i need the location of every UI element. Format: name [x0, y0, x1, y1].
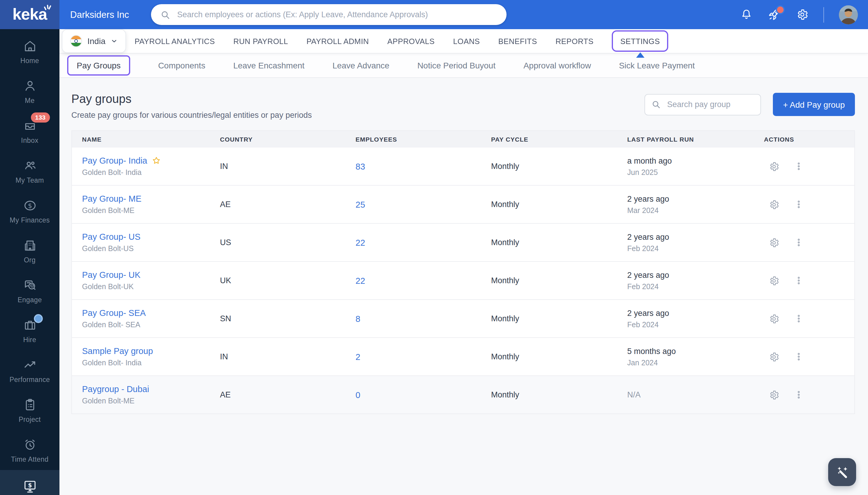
sidebar-item-label: Project	[19, 416, 41, 423]
notification-dot	[776, 5, 785, 14]
tab-approvals[interactable]: APPROVALS	[387, 37, 435, 46]
subtab-leave-encashment[interactable]: Leave Encashment	[233, 61, 305, 70]
settings-gear-icon[interactable]	[796, 8, 809, 21]
sidebar-item-project[interactable]: Project	[0, 390, 59, 430]
home-icon	[22, 39, 37, 54]
row-settings-gear-icon[interactable]	[769, 389, 779, 400]
sidebar-item-hire[interactable]: Hire	[0, 311, 59, 351]
subtab-approval-workflow[interactable]: Approval workflow	[524, 61, 591, 70]
global-search[interactable]	[151, 4, 507, 25]
pay-group-link[interactable]: Paygroup - Dubai	[82, 384, 149, 394]
row-kebab-menu-icon[interactable]	[794, 313, 804, 324]
table-row: Paygroup - Dubai Golden Bolt-ME AE 0 Mon…	[72, 376, 854, 414]
country-code: SN	[220, 314, 355, 323]
pay-group-search[interactable]	[644, 94, 761, 115]
row-kebab-menu-icon[interactable]	[794, 275, 804, 286]
sidebar-item-payroll[interactable]: $	[0, 470, 59, 495]
company-name: Darksiders Inc	[70, 9, 129, 20]
sidebar-item-engage[interactable]: Engage	[0, 271, 59, 311]
sidebar-item-performance[interactable]: Performance	[0, 351, 59, 390]
user-avatar[interactable]	[839, 5, 858, 24]
table-row: Pay Group- SEA Golden Bolt- SEA SN 8 Mon…	[72, 300, 854, 338]
payroll-monitor-icon: $	[22, 478, 38, 494]
row-settings-gear-icon[interactable]	[769, 199, 779, 210]
sidebar-item-home[interactable]: Home	[0, 32, 59, 71]
team-icon	[22, 158, 37, 173]
org-icon	[22, 238, 37, 253]
sidebar-item-label: Performance	[10, 376, 50, 383]
pay-group-link[interactable]: Sample Pay group	[82, 346, 153, 356]
tab-run-payroll[interactable]: RUN PAYROLL	[233, 37, 288, 46]
tab-payroll-admin[interactable]: PAYROLL ADMIN	[306, 37, 369, 46]
tab-loans[interactable]: LOANS	[453, 37, 480, 46]
chevron-down-icon	[111, 37, 118, 45]
tab-payroll-analytics[interactable]: PAYROLL ANALYTICS	[135, 37, 215, 46]
add-pay-group-button[interactable]: + Add Pay group	[773, 93, 855, 116]
page-content: Pay groups Create pay groups for various…	[59, 78, 868, 495]
sidebar-item-org[interactable]: Org	[0, 231, 59, 271]
row-settings-gear-icon[interactable]	[769, 237, 779, 248]
last-payroll-run: a month ago Jun 2025	[627, 156, 764, 176]
search-icon	[160, 10, 170, 19]
sidebar-item-time-attend[interactable]: Time Attend	[0, 430, 59, 470]
sidebar-item-label: Org	[24, 256, 36, 263]
row-kebab-menu-icon[interactable]	[794, 161, 804, 171]
legal-entity: Golden Bolt- India	[82, 168, 220, 177]
last-payroll-run: 5 months ago Jan 2024	[627, 346, 764, 367]
row-settings-gear-icon[interactable]	[769, 351, 779, 362]
employee-count-link[interactable]: 83	[355, 161, 365, 171]
employee-count-link[interactable]: 22	[355, 276, 365, 285]
row-kebab-menu-icon[interactable]	[794, 352, 804, 362]
employee-count-link[interactable]: 22	[355, 238, 365, 247]
table-row: Pay Group- ME Golden Bolt-ME AE 25 Month…	[72, 186, 854, 224]
legal-entity: Golden Bolt-ME	[82, 397, 220, 405]
row-settings-gear-icon[interactable]	[769, 313, 779, 324]
keka-logo[interactable]: keka	[0, 0, 59, 29]
legal-entity: Golden Bolt-UK	[82, 283, 220, 291]
table-row: Pay Group- US Golden Bolt-US US 22 Month…	[72, 224, 854, 262]
notifications-bell-icon[interactable]	[740, 8, 753, 21]
tab-settings-highlight[interactable]: SETTINGS	[612, 30, 668, 52]
topbar-actions	[740, 0, 858, 29]
magic-wand-assistant-button[interactable]	[828, 458, 856, 486]
row-kebab-menu-icon[interactable]	[794, 237, 804, 248]
employee-count-link[interactable]: 2	[355, 352, 360, 361]
sidebar-item-label: My Team	[16, 177, 44, 184]
global-search-input[interactable]	[176, 10, 497, 20]
sidebar-item-inbox[interactable]: 133 Inbox	[0, 111, 59, 151]
employee-count-link[interactable]: 25	[355, 200, 365, 209]
col-name: NAME	[82, 136, 220, 143]
search-icon	[652, 100, 660, 109]
row-settings-gear-icon[interactable]	[769, 161, 779, 172]
tab-benefits[interactable]: BENEFITS	[498, 37, 537, 46]
page-header-text: Pay groups Create pay groups for various…	[71, 91, 312, 120]
pay-group-link[interactable]: Pay Group- India	[82, 156, 161, 165]
row-settings-gear-icon[interactable]	[769, 275, 779, 286]
topbar: keka Darksiders Inc	[0, 0, 868, 29]
sidebar-item-my-finances[interactable]: $ My Finances	[0, 191, 59, 231]
pay-group-link[interactable]: Pay Group- US	[82, 232, 141, 241]
whats-new-rocket-icon[interactable]	[767, 8, 781, 21]
tab-settings[interactable]: SETTINGS	[620, 37, 660, 46]
pay-group-link[interactable]: Pay Group- SEA	[82, 308, 146, 318]
tab-reports[interactable]: REPORTS	[555, 37, 594, 46]
pay-group-search-input[interactable]	[666, 99, 754, 109]
subtab-pay-groups[interactable]: Pay Groups	[67, 55, 130, 75]
employee-count-link[interactable]: 0	[355, 390, 360, 399]
row-kebab-menu-icon[interactable]	[794, 390, 804, 400]
country-selector[interactable]: India	[62, 29, 126, 53]
subtab-sick-leave-payment[interactable]: Sick Leave Payment	[619, 61, 695, 70]
pay-group-link[interactable]: Pay Group- ME	[82, 194, 141, 203]
sidebar-item-my-team[interactable]: My Team	[0, 151, 59, 191]
last-payroll-run: 2 years ago Mar 2024	[627, 194, 764, 215]
favorite-star-icon[interactable]	[151, 156, 161, 165]
subtab-components[interactable]: Components	[158, 61, 206, 70]
employee-count-link[interactable]: 8	[355, 314, 360, 323]
finances-icon: $	[22, 198, 37, 213]
col-actions: ACTIONS	[764, 136, 854, 143]
subtab-notice-period-buyout[interactable]: Notice Period Buyout	[417, 61, 496, 70]
row-kebab-menu-icon[interactable]	[794, 199, 804, 209]
pay-group-link[interactable]: Pay Group- UK	[82, 270, 141, 279]
sidebar-item-me[interactable]: Me	[0, 71, 59, 111]
subtab-leave-advance[interactable]: Leave Advance	[332, 61, 389, 70]
